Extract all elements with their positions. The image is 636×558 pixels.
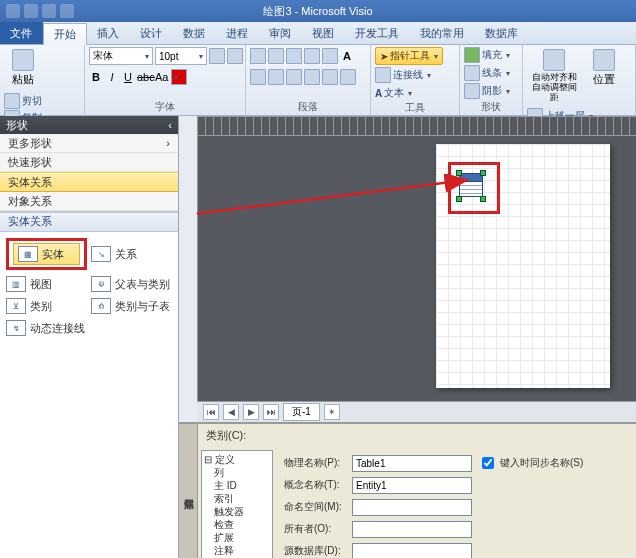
cut-button[interactable]: 剪切	[4, 93, 52, 109]
tab-design[interactable]: 设计	[130, 22, 173, 44]
drop-highlight	[448, 162, 500, 214]
bold-button[interactable]: B	[89, 71, 103, 83]
nav-prev-button[interactable]: ◀	[223, 404, 239, 420]
tab-home[interactable]: 开始	[43, 23, 87, 45]
strike-button[interactable]: abc	[137, 71, 153, 83]
tree-node[interactable]: ⊟ 定义	[204, 453, 270, 466]
stencil-dynamic[interactable]: ↯动态连接线	[6, 320, 87, 336]
page-tab-1[interactable]: 页-1	[283, 403, 320, 421]
paste-label: 粘贴	[12, 72, 34, 87]
handle-nw[interactable]	[456, 170, 462, 176]
tree-node[interactable]: 扩展	[204, 531, 270, 544]
case-button[interactable]: Aa	[155, 71, 169, 83]
save-icon[interactable]	[24, 4, 38, 18]
align-center-icon[interactable]	[268, 48, 284, 64]
concept-name-label: 概念名称(T):	[284, 478, 346, 492]
line-icon	[464, 65, 480, 81]
position-icon	[593, 49, 615, 71]
tab-review[interactable]: 审阅	[259, 22, 302, 44]
tree-node[interactable]: 列	[204, 466, 270, 479]
tree-node[interactable]: 注释	[204, 544, 270, 557]
top-align-icon[interactable]	[250, 69, 266, 85]
underline-button[interactable]: U	[121, 71, 135, 83]
indent-inc-icon[interactable]	[322, 69, 338, 85]
connector-tool-button[interactable]: 连接线	[375, 67, 431, 83]
tree-node[interactable]: 主 ID	[204, 479, 270, 492]
tab-database[interactable]: 数据库	[475, 22, 529, 44]
autoalign-button[interactable]: 自动对齐和自动调整间距	[527, 47, 581, 104]
sync-checkbox[interactable]: 键入时同步名称(S)	[478, 454, 583, 472]
line-button[interactable]: 线条	[464, 65, 510, 81]
drawing-canvas[interactable]	[197, 134, 636, 422]
entity-icon: ▦	[18, 246, 38, 262]
nav-last-button[interactable]: ⏭	[263, 404, 279, 420]
tab-my[interactable]: 我的常用	[410, 22, 475, 44]
grow-font-icon[interactable]	[209, 48, 225, 64]
rotate-text-icon[interactable]	[340, 69, 356, 85]
db-properties-tab[interactable]: 数据库属性	[179, 424, 198, 558]
position-button[interactable]: 位置	[585, 47, 623, 89]
handle-ne[interactable]	[480, 170, 486, 176]
handle-se[interactable]	[480, 196, 486, 202]
tab-file[interactable]: 文件	[0, 22, 43, 44]
undo-icon[interactable]	[42, 4, 56, 18]
textbox-icon[interactable]: A	[340, 50, 354, 62]
shapes-pane-header[interactable]: 形状 ‹	[0, 116, 178, 134]
stencil-entity[interactable]: ▦ 实体	[13, 243, 80, 265]
align-left-icon[interactable]	[250, 48, 266, 64]
justify-icon[interactable]	[304, 48, 320, 64]
drawing-page[interactable]	[436, 144, 610, 388]
font-color-button[interactable]	[171, 69, 187, 85]
new-page-button[interactable]: ✶	[324, 404, 340, 420]
phys-name-input[interactable]	[352, 455, 472, 472]
tab-view[interactable]: 视图	[302, 22, 345, 44]
paste-button[interactable]: 粘贴	[4, 47, 42, 89]
align-right-icon[interactable]	[286, 48, 302, 64]
srcdb-input[interactable]	[352, 543, 472, 559]
bullets-icon[interactable]	[322, 48, 338, 64]
tab-developer[interactable]: 开发工具	[345, 22, 410, 44]
shadow-button[interactable]: 阴影	[464, 83, 510, 99]
stencil-view[interactable]: ▥视图	[6, 276, 87, 292]
text-tool-button[interactable]: A文本	[375, 85, 412, 101]
visio-icon[interactable]	[6, 4, 20, 18]
tab-process[interactable]: 进程	[216, 22, 259, 44]
font-family-select[interactable]: 宋体	[89, 47, 153, 65]
entity-shape[interactable]	[459, 173, 483, 199]
cat-more-shapes[interactable]: 更多形状›	[0, 134, 178, 153]
stencil-category[interactable]: ⊻类别	[6, 298, 87, 314]
mid-align-icon[interactable]	[268, 69, 284, 85]
concept-name-input[interactable]	[352, 477, 472, 494]
tab-data[interactable]: 数据	[173, 22, 216, 44]
tree-node[interactable]: 触发器	[204, 505, 270, 518]
cat-quick-shapes[interactable]: 快速形状	[0, 153, 178, 172]
owner-input[interactable]	[352, 521, 472, 538]
nav-first-button[interactable]: ⏮	[203, 404, 219, 420]
indent-dec-icon[interactable]	[304, 69, 320, 85]
cat-object-relation[interactable]: 对象关系	[0, 192, 178, 211]
handle-sw[interactable]	[456, 196, 462, 202]
italic-button[interactable]: I	[105, 71, 119, 83]
font-size-select[interactable]: 10pt	[155, 47, 207, 65]
tree-node[interactable]: 索引	[204, 492, 270, 505]
namespace-input[interactable]	[352, 499, 472, 516]
shrink-font-icon[interactable]	[227, 48, 243, 64]
cat-entity-relation[interactable]: 实体关系	[0, 172, 178, 192]
ruler-horizontal[interactable]	[197, 116, 636, 136]
fill-button[interactable]: 填充	[464, 47, 510, 63]
stencil-cat-child[interactable]: ⟰类别与子表	[91, 298, 172, 314]
tree-node[interactable]: 检查	[204, 518, 270, 531]
nav-next-button[interactable]: ▶	[243, 404, 259, 420]
bot-align-icon[interactable]	[286, 69, 302, 85]
definition-form: 物理名称(P): 键入时同步名称(S) 概念名称(T): 命名空间(M):	[276, 447, 636, 558]
stencil-relation[interactable]: ↘关系	[91, 238, 172, 270]
tab-insert[interactable]: 插入	[87, 22, 130, 44]
pointer-tool-button[interactable]: ➤指针工具	[375, 47, 443, 65]
stencil-parent[interactable]: ⟱父表与类别	[91, 276, 172, 292]
chevron-left-icon[interactable]: ‹	[168, 119, 172, 131]
redo-icon[interactable]	[60, 4, 74, 18]
category-tree[interactable]: ⊟ 定义 列 主 ID 索引 触发器 检查 扩展 注释	[201, 450, 273, 558]
ruler-vertical[interactable]	[179, 134, 198, 422]
tools-group-label: 工具	[375, 101, 455, 116]
category-icon: ⊻	[6, 298, 26, 314]
